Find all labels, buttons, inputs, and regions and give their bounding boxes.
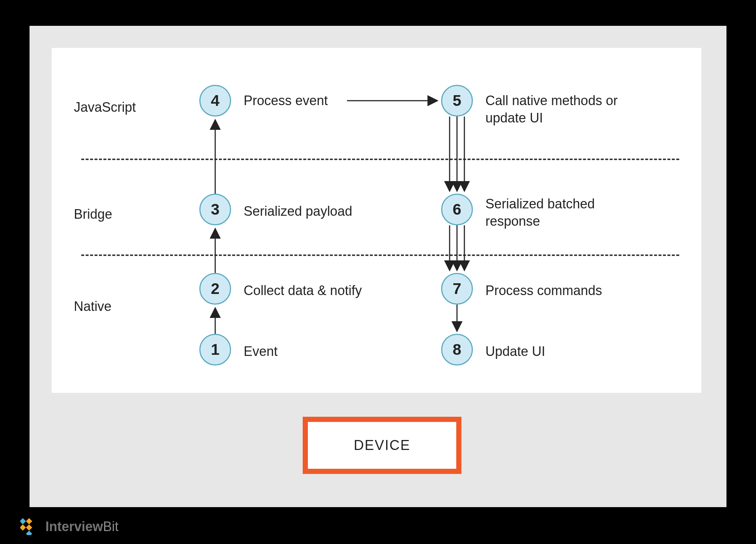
node-8-num: 8 xyxy=(453,341,461,358)
node-2-label: Collect data & notify xyxy=(244,282,362,299)
node-2: 2 xyxy=(199,273,231,305)
svg-rect-15 xyxy=(20,524,26,531)
node-8-label: Update UI xyxy=(485,343,545,360)
node-7-num: 7 xyxy=(453,280,461,298)
node-4-num: 4 xyxy=(211,92,219,110)
node-5-label: Call native methods or update UI xyxy=(485,92,640,127)
node-1-label: Event xyxy=(244,343,278,360)
svg-rect-13 xyxy=(26,524,32,531)
node-7-label: Process commands xyxy=(485,282,602,299)
layer-label-native: Native xyxy=(74,299,111,314)
layer-label-javascript: JavaScript xyxy=(74,100,136,115)
node-3: 3 xyxy=(199,194,231,225)
node-3-label: Serialized payload xyxy=(244,203,352,220)
brand-text-1: Interview xyxy=(45,519,103,534)
svg-rect-16 xyxy=(26,531,32,535)
brand-text-2: Bit xyxy=(103,519,118,534)
node-5-num: 5 xyxy=(453,92,461,110)
device-label: DEVICE xyxy=(354,437,410,453)
layer-label-bridge: Bridge xyxy=(74,207,112,222)
brand-logo-icon xyxy=(20,518,41,535)
node-8: 8 xyxy=(441,334,473,365)
svg-rect-12 xyxy=(20,518,26,524)
node-1-num: 1 xyxy=(211,341,219,358)
node-7: 7 xyxy=(441,273,473,305)
outer-panel: JavaScript Bridge Native 4 Process event… xyxy=(30,26,726,507)
node-3-num: 3 xyxy=(211,201,219,218)
node-4-label: Process event xyxy=(244,92,328,110)
divider-js-bridge xyxy=(81,159,679,160)
divider-bridge-native xyxy=(81,254,679,256)
node-1: 1 xyxy=(199,334,231,365)
brand-logo: InterviewBit xyxy=(20,518,118,535)
node-6: 6 xyxy=(441,194,473,225)
node-2-num: 2 xyxy=(211,280,219,298)
node-6-num: 6 xyxy=(453,201,461,218)
brand-text: InterviewBit xyxy=(45,519,118,534)
node-4: 4 xyxy=(199,85,231,117)
node-5: 5 xyxy=(441,85,473,117)
device-box: DEVICE xyxy=(303,417,461,474)
node-6-label: Serialized batched response xyxy=(485,195,618,230)
svg-rect-11 xyxy=(26,518,32,524)
diagram-card: JavaScript Bridge Native 4 Process event… xyxy=(52,48,701,393)
